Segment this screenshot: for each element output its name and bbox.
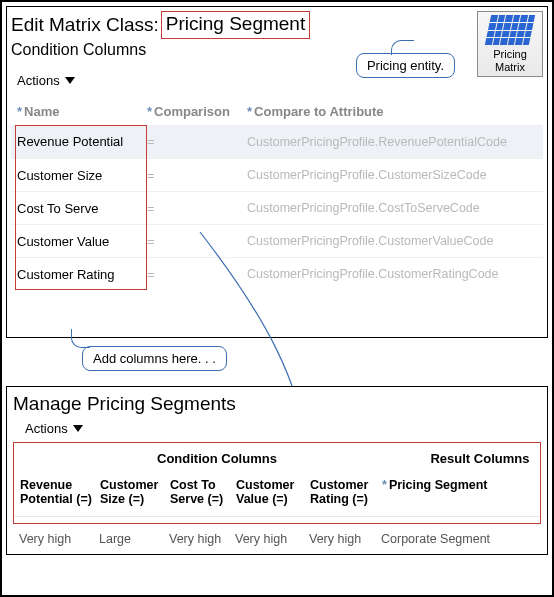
cell-comparison: = bbox=[147, 134, 247, 149]
cell: Very high bbox=[169, 532, 231, 546]
pricing-matrix-badge[interactable]: Pricing Matrix bbox=[477, 11, 543, 77]
actions-label: Actions bbox=[17, 73, 60, 88]
actions-label: Actions bbox=[25, 421, 68, 436]
cell-attribute: CustomerPricingProfile.RevenuePotentialC… bbox=[247, 135, 537, 149]
name-column-highlight bbox=[15, 125, 147, 290]
badge-line1: Pricing bbox=[493, 48, 527, 60]
cell: Very high bbox=[309, 532, 377, 546]
actions-menu[interactable]: Actions bbox=[25, 421, 543, 436]
bottom-title: Manage Pricing Segments bbox=[11, 391, 543, 415]
col-rating: Customer Rating (=) bbox=[310, 478, 378, 506]
chevron-down-icon bbox=[73, 425, 83, 432]
rows-container: Revenue Potential = CustomerPricingProfi… bbox=[11, 125, 543, 290]
title-prefix: Edit Matrix Class: bbox=[11, 14, 161, 36]
columns-header: *Name *Comparison *Compare to Attribute bbox=[11, 98, 543, 125]
cell: Corporate Segment bbox=[381, 532, 535, 546]
columns-header: Revenue Potential (=) Customer Size (=) … bbox=[14, 474, 540, 517]
actions-menu[interactable]: Actions bbox=[17, 73, 543, 88]
manage-segments-panel: Manage Pricing Segments Actions Conditio… bbox=[6, 386, 548, 555]
panel-title: Edit Matrix Class: Pricing Segment bbox=[11, 11, 543, 39]
cell: Very high bbox=[19, 532, 95, 546]
callout-add-columns: Add columns here. . . bbox=[82, 346, 227, 371]
table-row[interactable]: Very high Large Very high Very high Very… bbox=[11, 524, 543, 548]
badge-line2: Matrix bbox=[495, 61, 525, 73]
segments-table: Condition Columns Result Columns Revenue… bbox=[13, 442, 541, 524]
cell-comparison: = bbox=[147, 201, 247, 216]
cell-comparison: = bbox=[147, 234, 247, 249]
col-cost: Cost To Serve (=) bbox=[170, 478, 232, 506]
cell-attribute: CustomerPricingProfile.CustomerValueCode bbox=[247, 234, 537, 248]
header-comparison: *Comparison bbox=[147, 104, 247, 119]
col-size: Customer Size (=) bbox=[100, 478, 166, 506]
cell-comparison: = bbox=[147, 168, 247, 183]
callout-pricing-entity: Pricing entity. bbox=[356, 53, 455, 78]
chevron-down-icon bbox=[65, 77, 75, 84]
group-condition: Condition Columns bbox=[14, 451, 420, 466]
group-result: Result Columns bbox=[420, 451, 540, 466]
header-compare-attr: *Compare to Attribute bbox=[247, 104, 537, 119]
cell-attribute: CustomerPricingProfile.CostToServeCode bbox=[247, 201, 537, 215]
panel-subtitle: Condition Columns bbox=[11, 41, 543, 59]
cell: Very high bbox=[235, 532, 305, 546]
edit-matrix-panel: Edit Matrix Class: Pricing Segment Condi… bbox=[6, 6, 548, 338]
cell-attribute: CustomerPricingProfile.CustomerRatingCod… bbox=[247, 267, 537, 281]
col-revenue: Revenue Potential (=) bbox=[20, 478, 96, 506]
col-value: Customer Value (=) bbox=[236, 478, 306, 506]
col-segment: *Pricing Segment bbox=[382, 478, 534, 506]
title-highlight: Pricing Segment bbox=[161, 11, 310, 39]
group-header: Condition Columns Result Columns bbox=[14, 443, 540, 474]
cell: Large bbox=[99, 532, 165, 546]
grid-icon bbox=[485, 15, 535, 45]
header-name: *Name bbox=[17, 104, 147, 119]
cell-attribute: CustomerPricingProfile.CustomerSizeCode bbox=[247, 168, 537, 182]
cell-comparison: = bbox=[147, 267, 247, 282]
